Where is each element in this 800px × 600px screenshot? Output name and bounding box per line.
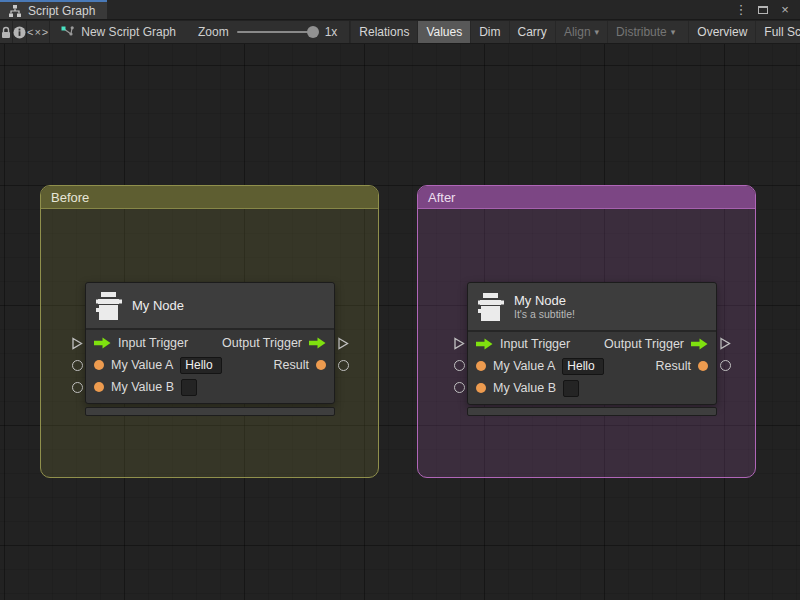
new-script-graph-button[interactable]: New Script Graph: [50, 21, 186, 44]
value-b-external-port[interactable]: [454, 382, 465, 393]
value-a-row: My Value A Result: [86, 354, 334, 376]
full-screen-button[interactable]: Full Screen: [755, 21, 800, 44]
value-a-row: My Value A Result: [468, 355, 716, 377]
chevron-down-icon: ▾: [595, 27, 600, 37]
graph-canvas[interactable]: Before After: [0, 44, 800, 600]
value-a-external-port[interactable]: [72, 360, 83, 371]
node-title: My Node: [514, 293, 575, 308]
window-menu-icon[interactable]: ⋮: [732, 2, 750, 18]
value-a-input[interactable]: [180, 357, 222, 374]
value-b-input[interactable]: [181, 379, 197, 396]
input-trigger-external-port[interactable]: [71, 337, 83, 350]
zoom-value: 1x: [325, 25, 338, 39]
node-footer: [85, 407, 335, 416]
input-trigger-external-port[interactable]: [453, 337, 465, 350]
node-header[interactable]: My Node: [86, 283, 334, 330]
titlebar-spacer: [107, 0, 732, 19]
chevron-down-icon: ▾: [671, 27, 676, 37]
node-header[interactable]: My Node It's a subtitle!: [468, 283, 716, 332]
result-external-port[interactable]: [720, 360, 731, 371]
node-body: Input Trigger Output Trigger My Value A: [468, 332, 716, 404]
value-a-port-icon[interactable]: [94, 360, 104, 370]
new-script-graph-label: New Script Graph: [81, 25, 176, 39]
trigger-in-port-icon[interactable]: [476, 338, 493, 350]
value-b-port-icon[interactable]: [94, 382, 104, 392]
dim-button[interactable]: Dim: [470, 21, 508, 44]
close-icon[interactable]: ×: [776, 2, 794, 18]
script-graph-window: Script Graph ⋮ × <×>: [0, 0, 800, 600]
result-external-port[interactable]: [338, 360, 349, 371]
distribute-button[interactable]: Distribute ▾: [607, 21, 683, 44]
value-b-input[interactable]: [563, 380, 579, 397]
trigger-row: Input Trigger Output Trigger: [468, 333, 716, 355]
tab-title: Script Graph: [28, 4, 95, 18]
group-before-title: Before: [51, 190, 89, 205]
value-a-port-icon[interactable]: [476, 361, 486, 371]
result-port-icon[interactable]: [698, 361, 708, 371]
group-after-header[interactable]: After: [418, 186, 755, 209]
result-port-icon[interactable]: [316, 360, 326, 370]
node-my-node-after[interactable]: My Node It's a subtitle! Input Trigger O…: [467, 282, 717, 405]
node-after-wrapper: My Node It's a subtitle! Input Trigger O…: [445, 282, 739, 422]
unit-node-icon: [96, 291, 122, 321]
tab-script-graph[interactable]: Script Graph: [0, 0, 107, 19]
node-body: Input Trigger Output Trigger My Value A: [86, 330, 334, 403]
window-controls: ⋮ ×: [732, 0, 800, 19]
node-before-wrapper: My Node Input Trigger Output Trigger: [63, 282, 357, 422]
info-icon[interactable]: [13, 21, 26, 44]
value-a-external-port[interactable]: [454, 360, 465, 371]
value-b-row: My Value B: [468, 377, 716, 399]
output-trigger-external-port[interactable]: [337, 337, 349, 350]
group-before-header[interactable]: Before: [41, 186, 378, 209]
zoom-label: Zoom: [198, 25, 229, 39]
node-my-node-before[interactable]: My Node Input Trigger Output Trigger: [85, 282, 335, 404]
value-b-port-icon[interactable]: [476, 383, 486, 393]
trigger-out-port-icon[interactable]: [691, 338, 708, 350]
trigger-row: Input Trigger Output Trigger: [86, 332, 334, 354]
node-title: My Node: [132, 298, 184, 313]
node-subtitle: It's a subtitle!: [514, 308, 575, 321]
trigger-in-port-icon[interactable]: [94, 337, 111, 349]
graph-icon: [8, 5, 22, 17]
values-button[interactable]: Values: [417, 21, 470, 44]
value-b-external-port[interactable]: [72, 382, 83, 393]
code-view-icon[interactable]: <×>: [27, 21, 49, 44]
zoom-slider-handle[interactable]: [307, 26, 319, 38]
node-footer: [467, 407, 717, 416]
align-button[interactable]: Align ▾: [555, 21, 607, 44]
title-bar: Script Graph ⋮ ×: [0, 0, 800, 20]
zoom-slider[interactable]: [237, 31, 317, 33]
carry-button[interactable]: Carry: [509, 21, 555, 44]
trigger-out-port-icon[interactable]: [309, 337, 326, 349]
node-graph-icon: [60, 25, 75, 39]
value-b-row: My Value B: [86, 376, 334, 398]
unit-node-icon: [478, 292, 504, 322]
lock-icon[interactable]: [0, 21, 12, 44]
maximize-icon[interactable]: [754, 2, 772, 18]
output-trigger-external-port[interactable]: [719, 337, 731, 350]
group-after-title: After: [428, 190, 455, 205]
overview-button[interactable]: Overview: [688, 21, 755, 44]
relations-button[interactable]: Relations: [350, 21, 417, 44]
zoom-control: Zoom 1x: [192, 25, 343, 39]
toolbar: <×> New Script Graph Zoom 1x Relations V…: [0, 21, 800, 44]
value-a-input[interactable]: [562, 358, 604, 375]
